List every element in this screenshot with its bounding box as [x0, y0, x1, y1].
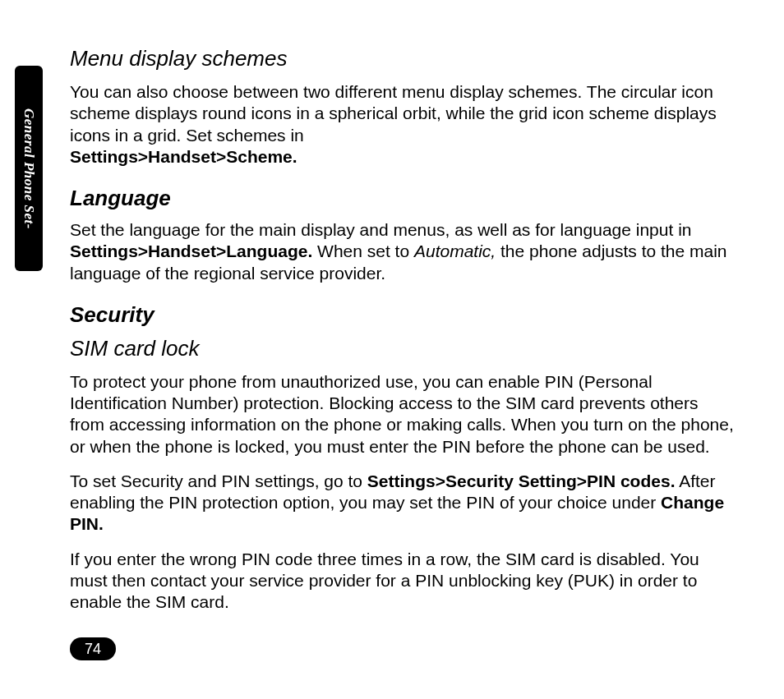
text: When set to: [312, 241, 414, 260]
paragraph-sim-3: If you enter the wrong PIN code three ti…: [70, 549, 736, 614]
page-content: Menu display schemes You can also choose…: [70, 46, 736, 626]
text: To set Security and PIN settings, go to: [70, 471, 367, 490]
italic-automatic: Automatic,: [414, 241, 496, 260]
heading-sim-card-lock: SIM card lock: [70, 336, 736, 361]
paragraph-sim-1: To protect your phone from unauthorized …: [70, 371, 736, 458]
paragraph-menu-display: You can also choose between two differen…: [70, 81, 736, 168]
menu-path-language: Settings>Handset>Language.: [70, 241, 312, 260]
menu-path-scheme: Settings>Handset>Scheme.: [70, 147, 297, 166]
heading-language: Language: [70, 186, 736, 211]
paragraph-sim-2: To set Security and PIN settings, go to …: [70, 471, 736, 536]
side-tab-label: General Phone Set-: [21, 108, 37, 229]
side-tab: General Phone Set-: [15, 66, 43, 271]
menu-path-pin-codes: Settings>Security Setting>PIN codes.: [367, 471, 676, 490]
page-number: 74: [70, 637, 116, 660]
text: Set the language for the main display an…: [70, 220, 691, 239]
heading-security: Security: [70, 302, 736, 328]
paragraph-language: Set the language for the main display an…: [70, 219, 736, 284]
text: You can also choose between two differen…: [70, 82, 717, 145]
heading-menu-display: Menu display schemes: [70, 46, 736, 71]
